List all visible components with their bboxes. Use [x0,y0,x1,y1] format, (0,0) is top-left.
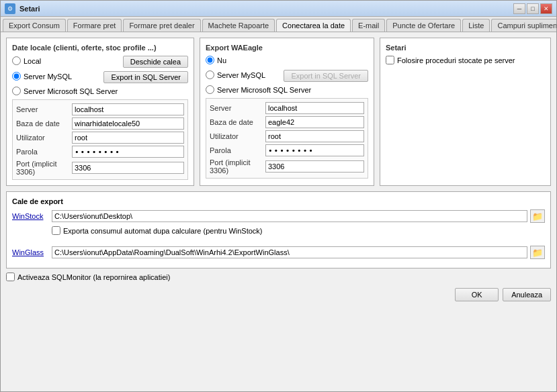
deschide-calea-button[interactable]: Deschide calea [123,56,188,68]
top-row: Date locale (clienti, oferte, stoc profi… [6,38,551,186]
server-mssql-label: Server Microsoft SQL Server [24,87,118,95]
minimize-button[interactable]: ─ [513,3,525,14]
ew-server-mssql-radio[interactable] [206,85,214,94]
server-mssql-radio-row: Server Microsoft SQL Server [12,87,188,95]
cale-export-title: Cale de export [12,197,545,205]
winglass-path-input[interactable] [52,246,527,258]
export-sql-button[interactable]: Export in SQL Server [103,71,188,83]
proceduri-stocate-label: Folosire proceduri stocate pe server [397,56,515,64]
nu-label: Nu [217,56,226,64]
server-mysql-radio[interactable] [12,72,21,81]
footer: OK Anuleaza [6,285,551,303]
tab-puncte-ofertare[interactable]: Puncte de Ofertare [386,19,461,32]
window-title: Setari [19,5,513,13]
nu-radio-row: Nu [206,56,368,64]
server-mssql-radio[interactable] [12,87,21,95]
setari-title: Setari [386,44,545,52]
main-window: ⚙ Setari ─ □ ✕ Export Consum Formare pre… [0,0,557,392]
winstock-folder-button[interactable]: 📁 [530,209,545,223]
date-locale-title: Date locale (clienti, oferte, stoc profi… [12,44,188,52]
ew-mysql-radio-row: Server MySQL [206,70,265,79]
ew-server-label: Server [210,104,263,112]
date-locale-panel: Date locale (clienti, oferte, stoc profi… [6,38,194,186]
maximize-button[interactable]: □ [527,3,539,14]
server-mysql-label: Server MySQL [24,72,72,81]
winglass-folder-button[interactable]: 📁 [530,246,545,259]
ew-utilizator-label: Utilizator [210,132,263,140]
cale-export-section: Cale de export WinStock 📁 Exporta consum… [6,191,551,268]
parola-field-label: Parola [16,148,70,156]
titlebar-buttons: ─ □ ✕ [513,3,552,14]
utilizator-field-input[interactable] [72,132,184,144]
ew-mysql-row: Server MySQL Export in SQL Server [206,70,368,82]
sql-monitor-checkbox[interactable] [6,273,15,281]
tab-machete-rapoarte[interactable]: Machete Rapoarte [202,19,275,32]
tab-conectarea-la-date[interactable]: Conectarea la date [276,19,351,32]
sql-monitor-row: Activeaza SQLMonitor (la repornirea apli… [6,273,551,281]
cancel-button[interactable]: Anuleaza [503,288,551,301]
export-wae-fields: Server Baza de date Utilizator Parola Po… [206,98,368,179]
ew-utilizator-input[interactable] [265,130,364,142]
ew-server-mssql-label: Server Microsoft SQL Server [217,86,311,94]
proceduri-stocate-checkbox[interactable] [386,56,394,64]
setari-panel: Setari Folosire proceduri stocate pe ser… [380,38,551,186]
baza-field-input[interactable] [72,117,184,130]
tab-liste[interactable]: Liste [462,19,490,32]
tab-campuri-suplimentare[interactable]: Campuri suplimentare [491,19,556,32]
ew-server-mysql-label: Server MySQL [217,71,265,79]
tabs-bar: Export Consum Formare pret Formare pret … [1,17,556,32]
export-wae-panel: Export WAEagle Nu Server MySQL Export in… [200,38,374,186]
ok-button[interactable]: OK [455,288,499,301]
setari-checkbox-row: Folosire proceduri stocate pe server [386,56,545,64]
ew-baza-label: Baza de date [210,118,263,126]
server-mysql-row: Server MySQL Export in SQL Server [12,71,188,83]
ew-mssql-radio-row: Server Microsoft SQL Server [206,85,368,94]
ew-parola-input[interactable] [265,144,364,156]
date-locale-fields: Server Baza de date Utilizator Parola Po… [12,99,188,180]
ew-port-input[interactable] [265,160,364,173]
tab-export-consum[interactable]: Export Consum [3,19,66,32]
winstock-auto-export-label: Exporta consumul automat dupa calculare … [63,227,263,235]
winstock-auto-export-checkbox[interactable] [52,226,60,235]
winstock-checkbox-row: Exporta consumul automat dupa calculare … [52,226,545,235]
window-icon: ⚙ [5,3,15,14]
local-label: Local [24,57,41,65]
baza-field-label: Baza de date [16,119,70,128]
ew-server-mysql-radio[interactable] [206,70,214,79]
export-wae-title: Export WAEagle [206,44,368,52]
winglass-label: WinGlass [12,248,49,256]
port-field-input[interactable] [72,162,184,174]
tab-email[interactable]: E-mail [352,19,385,32]
winstock-label: WinStock [12,212,49,220]
local-row: Local Deschide calea [12,56,188,68]
local-radio[interactable] [12,56,21,65]
utilizator-field-label: Utilizator [16,134,70,142]
nu-radio[interactable] [206,56,214,64]
ew-server-input[interactable] [265,102,364,114]
winstock-row: WinStock 📁 [12,209,545,223]
titlebar: ⚙ Setari ─ □ ✕ [1,1,556,17]
winglass-row: WinGlass 📁 [12,246,545,259]
local-radio-row: Local [12,56,41,65]
winstock-path-input[interactable] [52,210,527,222]
sql-monitor-label: Activeaza SQLMonitor (la repornirea apli… [17,273,170,281]
server-field-input[interactable] [72,103,184,115]
parola-field-input[interactable] [72,146,184,158]
tab-formare-pret[interactable]: Formare pret [67,19,122,32]
ew-port-label: Port (implicit 3306) [210,158,263,175]
port-field-label: Port (implicit 3306) [16,160,70,176]
tab-formare-pret-dealer[interactable]: Formare pret dealer [123,19,200,32]
server-field-label: Server [16,105,70,113]
server-mysql-radio-row: Server MySQL [12,72,72,81]
ew-parola-label: Parola [210,146,263,154]
close-button[interactable]: ✕ [540,3,552,14]
ew-baza-input[interactable] [265,116,364,128]
content-area: Date locale (clienti, oferte, stoc profi… [1,32,556,391]
ew-export-sql-button[interactable]: Export in SQL Server [284,70,368,82]
